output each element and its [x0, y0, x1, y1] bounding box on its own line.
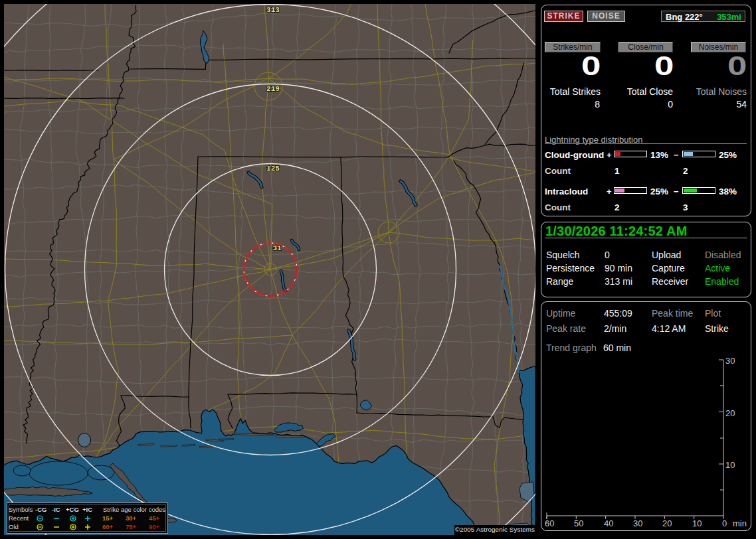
- svg-text:219: 219: [266, 85, 280, 93]
- svg-text:31: 31: [272, 244, 282, 252]
- svg-text:125: 125: [266, 165, 280, 173]
- svg-text:313: 313: [266, 6, 280, 14]
